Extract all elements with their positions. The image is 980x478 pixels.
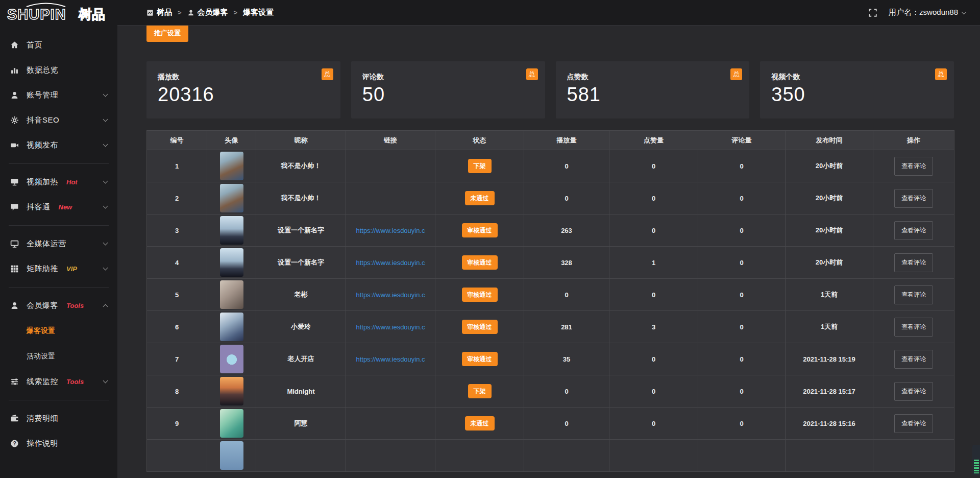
- cell-link: [346, 150, 435, 182]
- sidebar-item-label: 视频加热: [27, 177, 58, 187]
- cell-link: https://www.iesdouyin.c: [346, 279, 435, 311]
- help-icon: ?: [10, 439, 19, 448]
- cell-id: 6: [147, 311, 207, 343]
- avatar: [220, 216, 243, 245]
- avatar: [220, 184, 243, 212]
- sidebar-item-video-publish[interactable]: 视频发布: [0, 133, 117, 158]
- breadcrumb-item-shupin[interactable]: 树品: [146, 8, 172, 17]
- cell-action: 查看评论: [873, 440, 954, 472]
- cell-plays: 0: [524, 375, 609, 408]
- cell-comments: 0: [698, 247, 786, 279]
- sidebar-item-label: 消费明细: [27, 414, 58, 423]
- cell-id: 4: [147, 247, 207, 279]
- cell-link: https://www.iesdouyin.c: [346, 311, 435, 343]
- sidebar-divider: [9, 163, 109, 164]
- view-comments-button[interactable]: 查看评论: [894, 285, 933, 304]
- view-comments-button[interactable]: 查看评论: [894, 253, 933, 272]
- stat-card: 视频个数 350 总: [760, 61, 954, 118]
- cell-avatar: [207, 375, 256, 408]
- bar-chart-icon: [10, 66, 19, 75]
- fullscreen-icon[interactable]: [868, 8, 877, 17]
- stat-card: 点赞数 581 总: [556, 61, 750, 118]
- grid-icon: [10, 265, 19, 273]
- cell-status: [435, 440, 524, 472]
- user-menu[interactable]: 用户名：zswodun88: [889, 8, 966, 17]
- sidebar-item-member-baoke[interactable]: 会员爆客 Tools: [0, 293, 117, 318]
- sidebar-item-douketong[interactable]: 抖客通 New: [0, 195, 117, 220]
- brand-name-cn: 树品: [78, 7, 105, 22]
- view-comments-button[interactable]: 查看评论: [894, 382, 933, 401]
- column-header: 播放量: [524, 131, 609, 150]
- cell-likes: 0: [609, 375, 698, 408]
- table-row: 查看评论: [147, 440, 954, 472]
- total-badge: 总: [322, 68, 333, 80]
- breadcrumb-item-member-baoke[interactable]: 会员爆客: [187, 8, 228, 17]
- cell-id: [147, 440, 207, 472]
- cell-comments: 0: [698, 375, 786, 408]
- cell-comments: 0: [698, 214, 786, 247]
- sidebar-item-data-overview[interactable]: 数据总览: [0, 58, 117, 83]
- stat-cards: 播放数 20316 总 评论数 50 总 点赞数 581 总 视频个数 350 …: [146, 61, 954, 118]
- sidebar-item-help[interactable]: ? 操作说明: [0, 431, 117, 456]
- sidebar-subitem-label: 活动设置: [27, 352, 55, 361]
- stat-card-label: 播放数: [158, 73, 329, 82]
- video-link[interactable]: https://www.iesdouyin.c: [356, 323, 425, 331]
- chevron-down-icon: [962, 10, 967, 15]
- cell-id: 7: [147, 343, 207, 375]
- sidebar-subitem-baoke-settings[interactable]: 爆客设置: [0, 318, 117, 344]
- video-link[interactable]: https://www.iesdouyin.c: [356, 291, 425, 299]
- svg-text:?: ?: [13, 441, 16, 446]
- cell-action: 查看评论: [873, 375, 954, 408]
- cell-action: 查看评论: [873, 247, 954, 279]
- cell-status: 下架: [435, 375, 524, 408]
- sidebar-item-omnimedia[interactable]: 全媒体运营: [0, 231, 117, 256]
- table-row: 7 老人开店 https://www.iesdouyin.c 审核通过 35 0…: [147, 343, 954, 375]
- sidebar-item-home[interactable]: 首页: [0, 33, 117, 58]
- cell-publish-time: [786, 440, 873, 472]
- cell-action: 查看评论: [873, 279, 954, 311]
- view-comments-button[interactable]: 查看评论: [894, 350, 933, 369]
- cell-comments: 0: [698, 182, 786, 214]
- video-camera-icon: [10, 141, 19, 150]
- view-comments-button[interactable]: 查看评论: [894, 189, 933, 208]
- cell-publish-time: 20小时前: [786, 214, 873, 247]
- view-comments-button[interactable]: 查看评论: [894, 157, 933, 176]
- cell-link: https://www.iesdouyin.c: [346, 247, 435, 279]
- sidebar-item-matrix-boost[interactable]: 矩阵助推 VIP: [0, 256, 117, 281]
- cell-id: 3: [147, 214, 207, 247]
- sidebar-item-spending-details[interactable]: 消费明细: [0, 406, 117, 431]
- hot-tag: Hot: [66, 178, 78, 186]
- stat-card-value: 581: [567, 84, 739, 106]
- cell-nickname: Midnight: [256, 375, 346, 408]
- chevron-down-icon: [103, 92, 108, 97]
- video-link[interactable]: https://www.iesdouyin.c: [356, 227, 425, 234]
- stat-card-value: 50: [362, 84, 534, 106]
- breadcrumb-label: 会员爆客: [198, 8, 228, 17]
- monitor-icon: [10, 240, 19, 248]
- sidebar: SHUPIN 树品 首页 数据总览 账号管理 抖音SEO 视频发布: [0, 0, 117, 478]
- sidebar-nav: 首页 数据总览 账号管理 抖音SEO 视频发布 视频加热 Hot: [0, 26, 117, 456]
- promotion-settings-button[interactable]: 推广设置: [146, 25, 188, 42]
- sidebar-item-douyin-seo[interactable]: 抖音SEO: [0, 108, 117, 133]
- status-badge: 审核通过: [462, 320, 498, 334]
- column-header: 状态: [435, 131, 524, 150]
- cell-publish-time: 1天前: [786, 311, 873, 343]
- sidebar-subitem-activity-settings[interactable]: 活动设置: [0, 344, 117, 369]
- video-link[interactable]: https://www.iesdouyin.c: [356, 259, 425, 267]
- view-comments-button[interactable]: 查看评论: [894, 221, 933, 240]
- browser-widget[interactable]: [972, 445, 980, 475]
- brand-logo[interactable]: SHUPIN 树品: [0, 0, 117, 26]
- sidebar-item-lead-monitor[interactable]: 线索监控 Tools: [0, 369, 117, 394]
- stat-card: 评论数 50 总: [351, 61, 545, 118]
- breadcrumb: 树品 > 会员爆客 > 爆客设置: [146, 8, 274, 17]
- sidebar-item-video-heat[interactable]: 视频加热 Hot: [0, 170, 117, 195]
- view-comments-button[interactable]: 查看评论: [894, 318, 933, 337]
- sidebar-item-account-mgmt[interactable]: 账号管理: [0, 83, 117, 108]
- cell-avatar: [207, 150, 256, 182]
- avatar: [220, 313, 243, 341]
- view-comments-button[interactable]: 查看评论: [894, 414, 933, 433]
- breadcrumb-item-baoke-settings[interactable]: 爆客设置: [243, 8, 274, 17]
- column-header: 昵称: [256, 131, 346, 150]
- brand-name: SHUPIN: [7, 6, 66, 22]
- video-link[interactable]: https://www.iesdouyin.c: [356, 355, 425, 363]
